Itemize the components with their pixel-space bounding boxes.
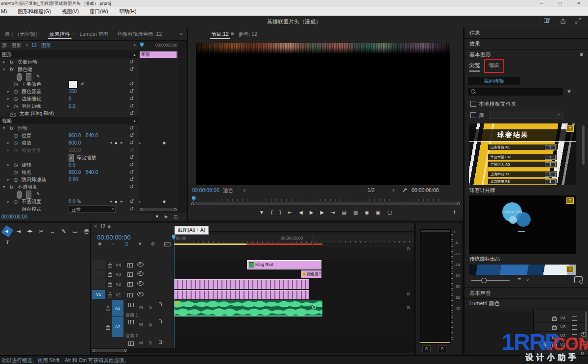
selection-tool[interactable]: ➤ — [1, 225, 13, 237]
sync-lock-icon[interactable] — [128, 320, 134, 324]
solo-button[interactable]: S — [438, 345, 446, 352]
tab-audio-clip-mixer[interactable]: 音频剪辑混合器: 12 — [113, 27, 166, 40]
pen-tool[interactable]: ✎ — [59, 227, 68, 236]
menu-item[interactable]: 图形和标题(G) — [18, 7, 51, 16]
sync-lock-icon[interactable] — [127, 293, 133, 297]
snap-icon[interactable]: ∩ — [111, 242, 114, 246]
step-back-icon[interactable]: ◀ — [299, 210, 303, 215]
effect-lane-ruler[interactable]: 00:00:05:00 — [139, 42, 178, 49]
chevron-icon[interactable]: ▸ — [7, 176, 9, 183]
sync-lock-icon[interactable] — [572, 316, 577, 321]
reset-icon[interactable]: ↺ — [129, 146, 134, 154]
source-patch[interactable]: A2 — [112, 317, 123, 337]
effect-row-缩放[interactable]: ▸◷缩放600.0◀◆▶↺▸◆ — [0, 139, 179, 146]
track-header-V3[interactable]: V3 — [91, 270, 174, 279]
close-button[interactable]: ✕ — [573, 0, 584, 7]
lock-icon[interactable] — [108, 283, 112, 287]
eye-icon[interactable] — [137, 281, 144, 286]
stopwatch-icon[interactable]: ◷ — [14, 80, 18, 88]
chevron-icon[interactable]: ▾ — [3, 183, 5, 191]
install-mogrt-icon[interactable] — [574, 276, 583, 283]
effect-row-防闪烁滤镜[interactable]: ▸◷防闪烁滤镜0.00↺ — [0, 176, 179, 183]
effect-lane-scrollbar[interactable] — [140, 208, 176, 211]
reset-icon[interactable]: ↺ — [129, 88, 134, 95]
lock-icon[interactable] — [552, 335, 557, 339]
reset-icon[interactable]: ↺ — [129, 124, 134, 132]
favorite-star-icon[interactable]: ★ — [566, 88, 572, 95]
tab-browse[interactable]: 浏览 — [469, 62, 480, 72]
chevron-icon[interactable]: ▸ — [7, 161, 9, 169]
chevron-icon[interactable]: ▸ — [3, 58, 5, 66]
reset-icon[interactable]: ↺ — [129, 205, 134, 213]
eye-icon[interactable] — [10, 110, 16, 117]
reset-icon[interactable]: ↺ — [129, 110, 134, 117]
fx-badge-icon[interactable]: fx — [10, 183, 14, 191]
lock-icon[interactable] — [552, 317, 557, 321]
source-patch[interactable]: A1 — [112, 300, 123, 316]
stopwatch-icon[interactable]: ◷ — [14, 198, 18, 205]
effect-row-缩放宽度[interactable]: ▸◷缩放宽度100.0↺ — [0, 146, 179, 154]
chevron-icon[interactable]: ▾ — [3, 124, 5, 132]
effect-row-图形[interactable]: 图形▲ — [0, 51, 139, 58]
track-header-V2[interactable]: V2 — [91, 279, 174, 290]
collapse-arrow-icon[interactable]: ▲ — [133, 117, 136, 124]
chevron-down-icon[interactable]: ∨ — [112, 205, 114, 213]
mini-track-v2[interactable]: V2 — [534, 332, 588, 340]
stopwatch-icon[interactable]: ◷ — [14, 176, 18, 183]
param-value[interactable]: 600.0 — [69, 139, 81, 146]
scrollbar-handle[interactable] — [174, 208, 177, 211]
workspace-icon[interactable] — [543, 18, 551, 25]
menu-item[interactable]: 视图(V) — [62, 7, 79, 16]
record-mic-icon[interactable] — [159, 319, 162, 323]
effect-row-羽化边缘[interactable]: ▸◷羽化边缘0.0↺ — [0, 102, 179, 110]
record-mic-icon[interactable] — [159, 302, 162, 306]
reset-icon[interactable]: ↺ — [129, 169, 134, 176]
slip-tool[interactable]: ↔ — [48, 227, 57, 236]
library-checkbox[interactable] — [470, 112, 476, 118]
reset-icon[interactable]: ↺ — [129, 58, 134, 66]
rectangle-tool[interactable]: ▭ — [71, 227, 79, 236]
eyedropper-icon[interactable]: ✎ — [78, 82, 85, 86]
scrollbar-handle[interactable] — [191, 202, 194, 205]
track-content[interactable] — [174, 317, 414, 338]
effect-timecode[interactable]: 00:00:00:00 — [1, 214, 27, 219]
timeline-hscroll-thumb[interactable] — [92, 349, 126, 352]
keyframe-diamond-icon[interactable]: ◆ — [163, 139, 166, 146]
effect-row-不透明度[interactable]: ▾fx不透明度↺ — [0, 183, 179, 191]
library-dropdown[interactable]: ∨ — [489, 111, 563, 119]
stopwatch-icon[interactable]: ◷ — [14, 132, 18, 139]
lock-icon[interactable] — [108, 264, 112, 267]
clip-color-matte[interactable]: fx 颜色遮罩 — [301, 270, 321, 278]
play-around-icon[interactable]: ▶ — [165, 214, 168, 219]
stopwatch-icon[interactable]: ◷ — [14, 95, 18, 102]
chevron-icon[interactable]: ▸ — [7, 102, 9, 110]
lock-icon[interactable] — [108, 273, 112, 277]
stopwatch-icon[interactable]: ◷ — [14, 88, 18, 95]
pen-mask-icon[interactable]: ✎ — [36, 191, 40, 198]
type-tool[interactable]: T — [3, 238, 12, 246]
track-content[interactable] — [174, 247, 414, 260]
tab-program[interactable]: 节目:12 — [207, 27, 233, 40]
menu-item[interactable]: M) — [1, 7, 7, 16]
mute-button[interactable]: M — [139, 305, 143, 310]
source-patch-empty[interactable] — [92, 270, 105, 278]
param-value[interactable]: 0.0 % — [69, 198, 81, 205]
add-marker-icon[interactable]: ▼ — [259, 210, 264, 215]
keyframe-diamond-icon[interactable]: ◆ — [163, 198, 166, 205]
panel-menu-icon[interactable]: ≡ — [108, 224, 111, 229]
captions-icon[interactable]: CC — [164, 243, 171, 246]
panel-menu-icon[interactable]: ≡ — [580, 49, 583, 60]
program-scrubber[interactable] — [191, 198, 460, 205]
stopwatch-icon[interactable]: ◷ — [14, 139, 18, 146]
thumbnail-zoom-slider[interactable] — [471, 280, 510, 281]
slider-knob[interactable] — [481, 278, 487, 283]
template-thumbnail-lower-third[interactable]: T — [469, 265, 576, 275]
menu-item[interactable]: 窗口(W) — [90, 7, 108, 16]
eye-icon[interactable] — [137, 262, 144, 267]
reset-icon[interactable]: ↺ — [129, 161, 134, 169]
my-templates-button[interactable]: 我的模板 — [468, 77, 520, 85]
step-forward-icon[interactable]: ▶ — [320, 210, 324, 215]
track-content[interactable] — [174, 270, 414, 279]
lane-arrow-icon[interactable]: ▸ — [139, 198, 141, 205]
playhead-line[interactable] — [174, 235, 174, 348]
